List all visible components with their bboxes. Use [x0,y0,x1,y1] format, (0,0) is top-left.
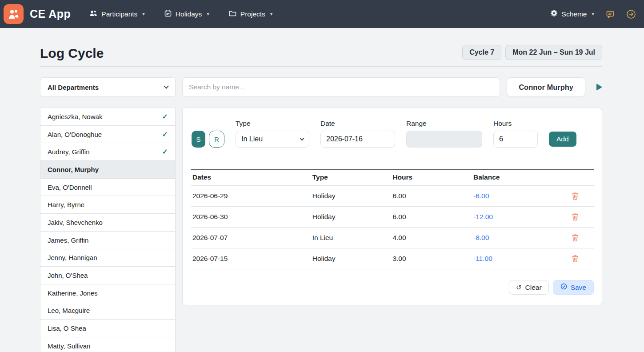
delete-icon[interactable] [572,234,579,242]
participant-row[interactable]: Audrey, Griffin ✓ [40,143,176,161]
participant-name: Harry, Byrne [48,201,84,208]
participant-row[interactable]: Jakiv, Shevchenko ✓ [40,213,176,232]
delete-icon[interactable] [572,192,579,200]
cycle-badge[interactable]: Cycle 7 [462,45,501,60]
participant-name: Connor, Murphy [48,166,99,173]
chevron-down-icon: ▾ [207,11,209,17]
participant-row[interactable]: Matty, Sullivan ✓ [40,337,176,352]
page-title: Log Cycle [40,47,104,60]
log-hours: 4.00 [392,234,473,242]
participant-row[interactable]: Eva, O'Donnell ✓ [40,178,176,196]
participant-name: Jenny, Hannigan [48,254,97,261]
participant-row[interactable]: Alan, O'Donoghue ✓ [40,125,176,144]
log-balance: -8.00 [473,234,558,242]
check-icon: ✓ [162,148,168,156]
app-logo-icon [4,4,24,24]
log-date: 2026-07-07 [192,234,312,242]
content-row: Agnieszka, Nowak ✓ Alan, O'Donoghue ✓ Au… [40,108,602,352]
log-balance: -6.00 [473,192,558,200]
play-icon[interactable] [596,84,602,91]
r-toggle-button[interactable]: R [209,131,224,148]
holidays-icon [164,10,172,19]
participant-row[interactable]: Connor, Murphy ✓ [40,160,176,179]
save-button[interactable]: Save [553,280,594,295]
type-select[interactable]: In Lieu [236,131,309,148]
log-hours: 6.00 [392,192,473,200]
nav-projects[interactable]: Projects ▾ [229,10,273,18]
chevron-down-icon: ▾ [142,11,145,17]
date-label: Date [320,120,395,128]
logout-icon[interactable] [626,9,636,19]
panel-footer: ↺ Clear Save [191,280,594,295]
log-date: 2026-06-29 [192,192,312,200]
participant-row[interactable]: Leo, Macguire ✓ [40,302,176,320]
log-table: Dates Type Hours Balance 2026-06-29 Holi… [191,169,594,269]
header-hours: Hours [392,173,473,181]
nav-holidays[interactable]: Holidays ▾ [164,10,209,19]
participant-name: James, Griffin [48,236,88,244]
header-type: Type [312,173,393,181]
participants-icon [89,10,97,18]
gear-icon [550,9,558,19]
type-label: Type [236,120,309,128]
delete-icon[interactable] [572,213,579,221]
filter-row: All Departments Connor Murphy [40,77,602,97]
log-date: 2026-06-30 [192,213,312,221]
brand-name: CE App [30,8,71,20]
participant-name: Eva, O'Donnell [48,184,92,191]
department-select-value: All Departments [48,84,99,91]
hours-input[interactable] [493,131,538,148]
range-input[interactable] [406,131,482,148]
navbar: CE App Participants ▾ [0,0,644,28]
page-content: Log Cycle Cycle 7 Mon 22 Jun – Sun 19 Ju… [0,45,644,352]
participant-row[interactable]: Katherine, Jones ✓ [40,284,176,302]
app-brand[interactable]: CE App [4,4,71,24]
participant-row[interactable]: Harry, Byrne ✓ [40,196,176,214]
cycle-range-badge[interactable]: Mon 22 Jun – Sun 19 Jul [505,45,602,60]
participant-name: Alan, O'Donoghue [48,131,102,138]
participant-row[interactable]: John, O'Shea ✓ [40,266,176,284]
nav-label: Holidays [176,10,202,18]
participant-row[interactable]: Jenny, Hannigan ✓ [40,249,176,267]
department-select[interactable]: All Departments [40,77,176,97]
participant-name: Audrey, Griffin [48,148,89,156]
add-button[interactable]: Add [549,132,576,147]
hours-label: Hours [493,120,538,128]
table-row: 2026-06-29 Holiday 6.00 -6.00 [191,186,594,207]
participant-row[interactable]: Lisa, O Shea ✓ [40,319,176,337]
chevron-down-icon: ▾ [592,11,594,17]
delete-icon[interactable] [572,255,579,263]
nav-label: Participants [101,10,137,18]
date-input[interactable] [320,131,395,148]
clear-button[interactable]: ↺ Clear [509,280,549,295]
participant-row[interactable]: Agnieszka, Nowak ✓ [40,108,176,126]
participant-list: Agnieszka, Nowak ✓ Alan, O'Donoghue ✓ Au… [40,108,176,352]
log-type: Holiday [312,213,393,221]
participant-name: Leo, Macguire [48,307,90,314]
chevron-down-icon [300,136,304,140]
feedback-icon[interactable] [606,10,615,19]
participant-name: Lisa, O Shea [48,324,86,332]
participant-name: Matty, Sullivan [48,342,90,350]
s-toggle-button[interactable]: S [192,131,205,148]
participant-name: Katherine, Jones [48,289,98,297]
sr-toggle-group: S R [192,131,224,148]
selected-participant-button[interactable]: Connor Murphy [507,77,585,97]
table-header: Dates Type Hours Balance [191,169,594,186]
table-body: 2026-06-29 Holiday 6.00 -6.00 2026-06-30… [191,186,594,269]
participant-row[interactable]: James, Griffin ✓ [40,231,176,249]
hours-field: Hours [493,120,538,148]
date-field: Date [320,120,395,148]
log-entry-form: S R Type In Lieu Date Range [191,120,594,148]
search-input[interactable] [182,77,500,97]
check-circle-icon [560,283,567,292]
nav-right: Scheme ▾ [550,9,636,19]
nav-scheme[interactable]: Scheme ▾ [550,9,594,19]
log-balance: -11.00 [473,255,558,263]
nav-participants[interactable]: Participants ▾ [89,10,145,18]
nav-label: Projects [240,10,265,18]
log-panel: S R Type In Lieu Date Range [182,108,602,305]
title-row: Log Cycle Cycle 7 Mon 22 Jun – Sun 19 Ju… [40,45,602,67]
chevron-down-icon: ▾ [270,11,273,17]
type-select-value: In Lieu [241,135,263,143]
